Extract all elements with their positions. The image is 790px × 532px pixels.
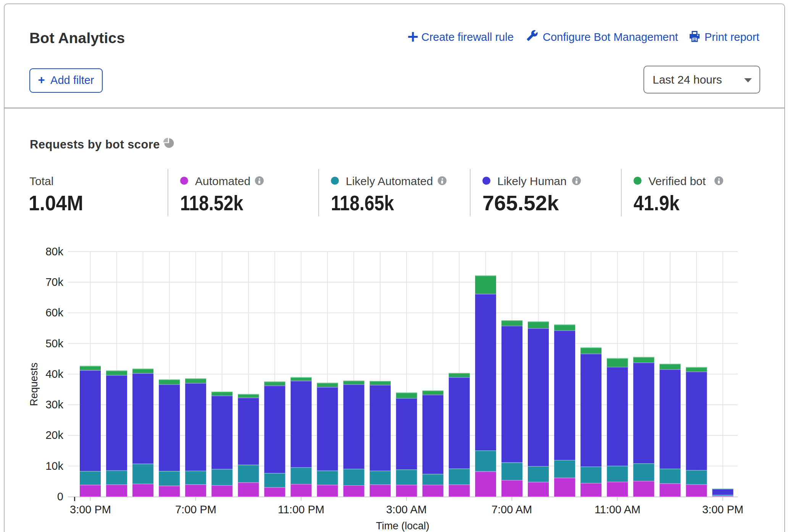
svg-text:3:00 PM: 3:00 PM <box>702 503 743 516</box>
svg-text:0: 0 <box>57 490 63 503</box>
svg-text:60k: 60k <box>45 306 63 319</box>
svg-text:7:00 PM: 7:00 PM <box>175 503 216 516</box>
svg-text:40k: 40k <box>45 368 63 380</box>
svg-text:Requests: Requests <box>28 363 40 406</box>
svg-text:80k: 80k <box>45 245 63 258</box>
svg-text:Time (local): Time (local) <box>376 520 429 532</box>
svg-text:10k: 10k <box>45 460 63 472</box>
svg-text:7:00 AM: 7:00 AM <box>492 503 532 516</box>
svg-text:70k: 70k <box>45 276 63 288</box>
svg-text:20k: 20k <box>45 429 63 441</box>
svg-text:11:00 PM: 11:00 PM <box>278 503 324 516</box>
svg-text:50k: 50k <box>45 337 63 350</box>
svg-text:3:00 AM: 3:00 AM <box>386 503 427 516</box>
svg-text:30k: 30k <box>45 398 63 411</box>
svg-text:11:00 AM: 11:00 AM <box>595 503 640 516</box>
svg-text:3:00 PM: 3:00 PM <box>70 503 111 516</box>
